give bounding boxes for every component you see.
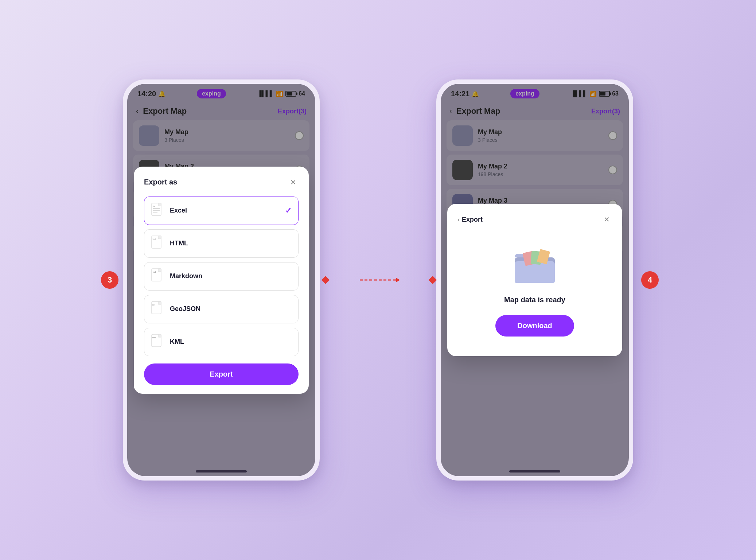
modal-back-btn[interactable]: ‹ Export: [457, 216, 483, 223]
kml-file-icon: kml: [151, 334, 164, 350]
step-3-circle: 3: [101, 271, 118, 289]
phone-2-inner: 14:21 🔔 exping ▐▌▌▌ 📶 63 ‹: [441, 84, 629, 476]
export-option-markdown[interactable]: md Markdown: [144, 262, 299, 291]
html-option-label: HTML: [170, 240, 292, 247]
export-ready-modal: ‹ Export ✕: [447, 204, 622, 356]
export-option-geojson[interactable]: json GeoJSON: [144, 295, 299, 323]
excel-option-label: Excel: [170, 207, 279, 214]
modal-title-1: Export as: [144, 178, 177, 186]
phone-2-modal-overlay: ‹ Export ✕: [441, 84, 629, 476]
phone-1: 14:20 🔔 exping ▐▌▌▌ 📶 64 ‹: [123, 79, 320, 481]
connection-line: [356, 273, 400, 287]
kml-option-label: KML: [170, 338, 292, 346]
svg-text:json: json: [152, 304, 155, 306]
phone-2-wrapper: 4 14:21 🔔 exping ▐▌▌▌ 📶: [436, 79, 633, 481]
phones-container: 3 14:20 🔔 exping ▐▌▌▌ 📶: [123, 79, 633, 481]
svg-rect-7: [158, 236, 161, 239]
export-option-html[interactable]: html HTML: [144, 229, 299, 258]
step-4-diamond: [429, 276, 437, 284]
modal-close-1[interactable]: ✕: [288, 177, 299, 188]
excel-file-icon: xls: [151, 203, 164, 219]
svg-text:xls: xls: [152, 205, 155, 207]
modal-header-2: ‹ Export ✕: [457, 214, 612, 225]
svg-marker-19: [396, 278, 400, 282]
export-button[interactable]: Export: [144, 363, 299, 385]
modal-close-2[interactable]: ✕: [601, 214, 612, 225]
svg-rect-1: [158, 203, 161, 206]
svg-text:md: md: [153, 271, 156, 273]
export-as-modal: Export as ✕: [134, 167, 309, 394]
dashed-arrow-svg: [356, 273, 400, 287]
modal-header-1: Export as ✕: [144, 177, 299, 188]
folder-icon: [513, 248, 557, 285]
export-option-kml[interactable]: kml KML: [144, 328, 299, 356]
phone-1-modal-overlay: Export as ✕: [127, 84, 315, 476]
download-button[interactable]: Download: [495, 315, 574, 337]
markdown-option-label: Markdown: [170, 272, 292, 280]
ready-text: Map data is ready: [504, 296, 565, 304]
svg-rect-10: [158, 269, 161, 272]
phone-2: 14:21 🔔 exping ▐▌▌▌ 📶 63 ‹: [436, 79, 633, 481]
export-option-excel[interactable]: xls Excel ✓: [144, 197, 299, 225]
md-file-icon: md: [151, 268, 164, 284]
step-3-diamond: [322, 276, 330, 284]
phone-1-inner: 14:20 🔔 exping ▐▌▌▌ 📶 64 ‹: [127, 84, 315, 476]
svg-rect-16: [158, 334, 161, 337]
step-4-circle: 4: [641, 271, 659, 289]
svg-rect-13: [158, 302, 161, 304]
excel-check-icon: ✓: [285, 206, 292, 215]
phone-1-wrapper: 3 14:20 🔔 exping ▐▌▌▌ 📶: [123, 79, 320, 481]
svg-text:kml: kml: [152, 337, 156, 339]
html-file-icon: html: [151, 236, 164, 252]
modal-content-center: Map data is ready Download: [457, 234, 612, 347]
geojson-file-icon: json: [151, 301, 164, 317]
svg-text:html: html: [152, 238, 156, 240]
geojson-option-label: GeoJSON: [170, 305, 292, 313]
